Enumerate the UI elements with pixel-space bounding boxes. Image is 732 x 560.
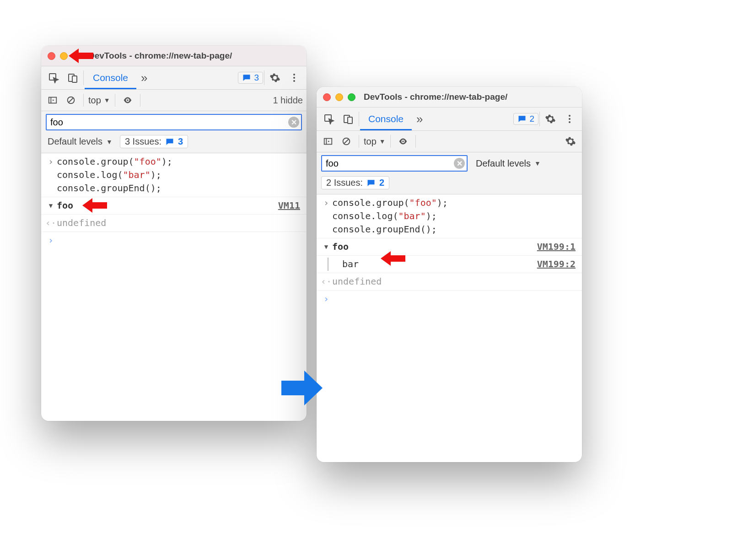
console-sidebar-icon[interactable]	[45, 92, 60, 108]
context-label: top	[364, 136, 377, 147]
output-chevron-icon: ‹·	[45, 216, 57, 230]
group-label: foo	[57, 199, 73, 212]
svg-rect-10	[348, 117, 352, 124]
devtools-window-left: DevTools - chrome://new-tab-page/ Consol…	[41, 46, 307, 421]
tab-strip: Console » 3	[41, 66, 307, 90]
console-group-header[interactable]: ▼ foo VM199:1	[317, 238, 582, 256]
console-subbar: top ▼ 1 hidde	[41, 90, 307, 111]
device-toolbar-icon[interactable]	[63, 68, 82, 87]
group-label: foo	[332, 240, 349, 253]
kebab-menu-icon[interactable]	[560, 109, 579, 129]
devtools-window-right: DevTools - chrome://new-tab-page/ Consol…	[317, 87, 582, 462]
chevron-down-icon: ▼	[534, 160, 541, 167]
log-levels-selector[interactable]: Default levels ▼	[46, 135, 114, 148]
svg-point-11	[569, 115, 571, 117]
svg-point-13	[569, 121, 571, 123]
svg-point-12	[569, 118, 571, 120]
more-tabs-icon[interactable]: »	[136, 71, 152, 85]
chevron-down-icon: ▼	[104, 97, 110, 104]
issues-badge[interactable]: 3	[238, 72, 263, 84]
issues-chip[interactable]: 3 Issues: 3	[120, 135, 188, 148]
source-link[interactable]: VM199:2	[537, 258, 578, 271]
context-selector[interactable]: top ▼	[364, 136, 386, 147]
tab-label: Console	[93, 72, 128, 83]
titlebar: DevTools - chrome://new-tab-page/	[41, 46, 307, 66]
prompt-input[interactable]	[332, 292, 578, 306]
code-block: console.group("foo"); console.log("bar")…	[57, 155, 303, 195]
zoom-icon[interactable]	[348, 93, 355, 101]
close-icon[interactable]	[48, 52, 55, 60]
console-group-header[interactable]: ▼ foo VM11	[41, 197, 307, 215]
kebab-menu-icon[interactable]	[285, 68, 304, 87]
clear-console-icon[interactable]	[63, 92, 79, 108]
traffic-lights	[48, 52, 80, 60]
log-levels-label: Default levels	[48, 136, 102, 147]
chevron-down-icon: ▼	[379, 138, 386, 145]
annotation-arrow-icon	[82, 197, 107, 214]
issues-chip-count: 3	[178, 136, 183, 147]
filter-input[interactable]	[46, 114, 302, 130]
filter-input[interactable]	[321, 155, 468, 172]
source-link[interactable]: VM199:1	[537, 240, 578, 253]
zoom-icon[interactable]	[72, 52, 80, 60]
hidden-count-label: 1 hidde	[273, 95, 303, 106]
console-sidebar-icon[interactable]	[320, 134, 336, 149]
minimize-icon[interactable]	[60, 52, 68, 60]
live-expressions-icon[interactable]	[120, 92, 135, 108]
live-expressions-icon[interactable]	[395, 134, 411, 149]
console-input-row: › console.group("foo"); console.log("bar…	[317, 194, 582, 238]
settings-icon[interactable]	[541, 109, 560, 129]
disclosure-triangle-icon[interactable]: ▼	[320, 242, 332, 251]
close-icon[interactable]	[323, 93, 331, 101]
issues-badge-count: 3	[254, 73, 259, 83]
console-prompt-row[interactable]: ›	[317, 291, 582, 307]
inspect-element-icon[interactable]	[44, 68, 63, 87]
device-toolbar-icon[interactable]	[339, 109, 358, 129]
group-tree-line	[328, 258, 339, 271]
filter-field: ✕	[46, 114, 302, 130]
source-link[interactable]: VM11	[278, 199, 303, 212]
chip-row: 2 Issues: 2	[317, 174, 582, 194]
clear-console-icon[interactable]	[339, 134, 354, 149]
titlebar: DevTools - chrome://new-tab-page/	[317, 87, 582, 108]
input-chevron-icon: ›	[45, 155, 57, 195]
prompt-chevron-icon: ›	[320, 292, 332, 306]
child-text: bar	[342, 258, 537, 271]
tab-console[interactable]: Console	[85, 66, 136, 89]
console-prompt-row[interactable]: ›	[41, 232, 307, 249]
input-chevron-icon: ›	[320, 196, 332, 236]
filter-row: ✕ Default levels ▼	[317, 152, 582, 174]
output-chevron-icon: ‹·	[320, 275, 332, 288]
more-tabs-icon[interactable]: »	[412, 112, 427, 126]
console-output: › console.group("foo"); console.log("bar…	[317, 194, 582, 307]
undefined-label: undefined	[57, 216, 303, 230]
chevron-down-icon: ▼	[106, 138, 113, 145]
console-settings-icon[interactable]	[563, 134, 578, 149]
prompt-input[interactable]	[57, 234, 303, 247]
tab-label: Console	[368, 113, 404, 124]
settings-icon[interactable]	[265, 68, 285, 87]
svg-rect-2	[72, 76, 77, 82]
disclosure-triangle-icon[interactable]: ▼	[45, 201, 57, 210]
svg-point-5	[293, 80, 295, 82]
minimize-icon[interactable]	[335, 93, 343, 101]
filter-field: ✕	[321, 155, 468, 172]
svg-point-4	[293, 77, 295, 79]
log-levels-selector[interactable]: Default levels ▼	[474, 157, 543, 170]
issues-badge-count: 2	[529, 114, 534, 124]
issues-badge[interactable]: 2	[513, 113, 538, 125]
issues-chip-label: 2 Issues:	[326, 178, 363, 188]
clear-filter-icon[interactable]: ✕	[454, 158, 465, 169]
inspect-element-icon[interactable]	[319, 109, 339, 129]
code-block: console.group("foo"); console.log("bar")…	[332, 196, 578, 236]
window-title: DevTools - chrome://new-tab-page/	[88, 51, 232, 61]
issues-chip-label: 3 Issues:	[125, 136, 161, 147]
filter-row: ✕	[41, 111, 307, 133]
traffic-lights	[323, 93, 355, 101]
clear-filter-icon[interactable]: ✕	[288, 117, 299, 128]
undefined-label: undefined	[332, 275, 578, 288]
console-group-child: bar VM199:2	[317, 256, 582, 273]
tab-console[interactable]: Console	[360, 108, 412, 130]
issues-chip[interactable]: 2 Issues: 2	[321, 176, 389, 189]
context-selector[interactable]: top ▼	[88, 95, 110, 106]
